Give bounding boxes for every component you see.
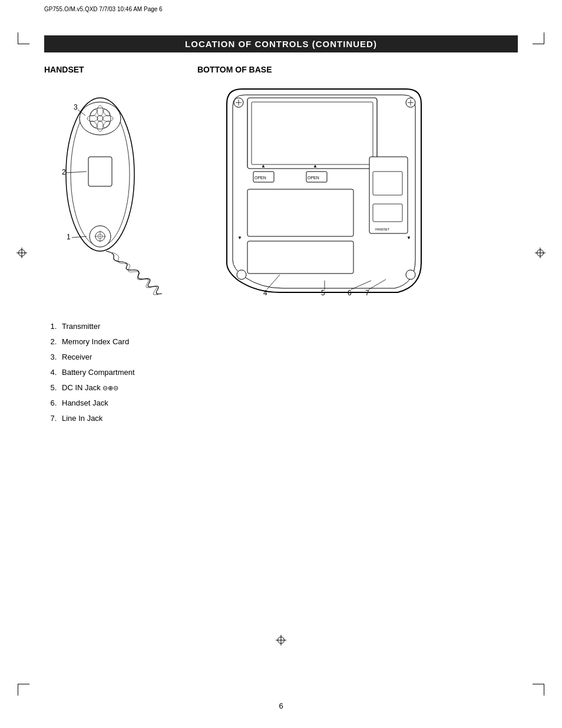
svg-text:OPEN: OPEN bbox=[308, 176, 319, 180]
reg-mark-right bbox=[535, 248, 546, 258]
svg-point-45 bbox=[237, 270, 246, 279]
list-item-1: Transmitter bbox=[59, 319, 518, 334]
svg-text:HANDSET: HANDSET bbox=[375, 228, 389, 231]
list-item-4: Battery Compartment bbox=[59, 365, 518, 380]
svg-text:7: 7 bbox=[365, 289, 369, 297]
svg-text:3: 3 bbox=[74, 103, 78, 111]
list-item-2: Memory Index Card bbox=[59, 334, 518, 350]
corner-mark-tl bbox=[18, 32, 29, 44]
corner-mark-bl bbox=[18, 684, 29, 696]
svg-text:▲: ▲ bbox=[261, 163, 266, 169]
svg-rect-37 bbox=[247, 189, 353, 236]
handset-diagram: 1 2 3 bbox=[44, 80, 174, 304]
base-column: BOTTOM OF BASE OPEN ▲ bbox=[197, 65, 518, 304]
page-title: LOCATION OF CONTROLS (CONTINUED) bbox=[44, 35, 518, 52]
handset-column: HANDSET bbox=[44, 65, 186, 304]
dc-symbols: ⊝⊕⊝ bbox=[103, 384, 118, 391]
svg-text:▼: ▼ bbox=[237, 235, 242, 241]
base-diagram: OPEN ▲ OPEN ▲ HANDSET bbox=[197, 80, 518, 304]
svg-rect-25 bbox=[247, 98, 377, 169]
svg-text:5: 5 bbox=[321, 289, 325, 297]
file-info: GP755.O/M.v5.QXD 7/7/03 10:46 AM Page 6 bbox=[44, 6, 163, 12]
svg-point-2 bbox=[80, 102, 121, 135]
svg-text:1: 1 bbox=[67, 233, 71, 241]
svg-text:2: 2 bbox=[62, 168, 66, 176]
svg-rect-13 bbox=[88, 157, 112, 186]
svg-rect-38 bbox=[247, 241, 353, 274]
svg-point-46 bbox=[406, 270, 415, 279]
page-number: 6 bbox=[279, 701, 283, 710]
base-label: BOTTOM OF BASE bbox=[197, 65, 518, 74]
items-list: Transmitter Memory Index Card Receiver B… bbox=[44, 319, 518, 426]
corner-mark-br bbox=[533, 684, 544, 696]
svg-text:OPEN: OPEN bbox=[254, 176, 266, 180]
diagrams-row: HANDSET bbox=[44, 65, 518, 304]
content-area: HANDSET bbox=[44, 59, 518, 681]
svg-text:▲: ▲ bbox=[313, 163, 318, 169]
corner-mark-tr bbox=[533, 32, 544, 44]
handset-label: HANDSET bbox=[44, 65, 186, 74]
reg-mark-left bbox=[16, 248, 27, 258]
list-item-6: Handset Jack bbox=[59, 396, 518, 411]
svg-text:4: 4 bbox=[263, 289, 267, 297]
list-item-3: Receiver bbox=[59, 350, 518, 365]
svg-text:6: 6 bbox=[348, 289, 352, 297]
svg-text:▼: ▼ bbox=[406, 235, 411, 241]
list-item-5: DC IN Jack ⊝⊕⊝ bbox=[59, 380, 518, 396]
list-item-7: Line In Jack bbox=[59, 411, 518, 426]
controls-list: Transmitter Memory Index Card Receiver B… bbox=[44, 319, 518, 426]
